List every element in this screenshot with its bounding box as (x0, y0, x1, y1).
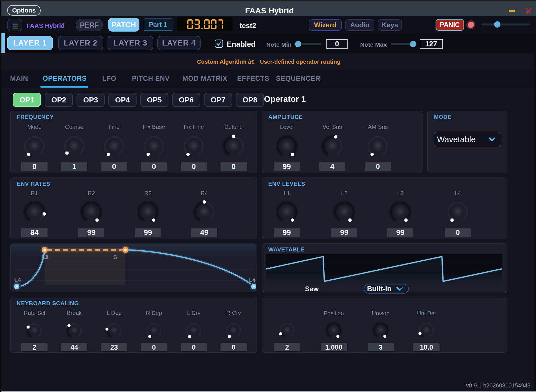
knob-value[interactable]: 0 (445, 228, 471, 237)
knob-value[interactable]: 99 (274, 162, 300, 171)
operator-button-op8[interactable]: OP8 (236, 93, 264, 107)
operator-button-op5[interactable]: OP5 (140, 93, 168, 107)
tab-pitch-env[interactable]: PITCH ENV (132, 75, 170, 82)
knob-control[interactable] (65, 321, 84, 340)
knob-value[interactable]: 2 (274, 343, 300, 351)
record-led[interactable] (466, 20, 475, 29)
knob-control[interactable] (277, 321, 297, 340)
knob-control[interactable] (388, 199, 413, 224)
knob-control[interactable] (135, 199, 160, 224)
knob-label: R3 (127, 190, 169, 197)
knob-value[interactable]: 0 (220, 162, 247, 171)
knob-control[interactable] (274, 199, 299, 224)
keys-button[interactable]: Keys (378, 19, 402, 31)
operator-button-op3[interactable]: OP3 (77, 93, 105, 107)
perf-button[interactable]: PERF (76, 19, 103, 31)
knob-value[interactable]: 1 (61, 162, 87, 171)
knob-value[interactable]: 3 (368, 343, 394, 351)
knob-control[interactable] (141, 134, 166, 159)
note-min-slider[interactable] (294, 41, 321, 47)
knob-control[interactable] (181, 134, 206, 159)
knob-value[interactable]: 0 (21, 162, 48, 171)
hamburger-menu-button[interactable] (7, 19, 22, 31)
knob-value[interactable]: 23 (101, 343, 127, 351)
knob-value[interactable]: 84 (21, 228, 48, 237)
knob-value[interactable]: 10.0 (413, 343, 440, 351)
knob-value[interactable]: 0 (101, 162, 127, 171)
knob-control[interactable] (184, 321, 203, 340)
wavetable-panel: WAVETABLE Saw Built-in (262, 243, 507, 293)
knob-control[interactable] (22, 199, 47, 224)
knob-control[interactable] (417, 321, 436, 340)
knob-control[interactable] (102, 134, 127, 159)
layer-button-4[interactable]: LAYER 4 (157, 36, 201, 50)
minimize-icon[interactable] (509, 10, 515, 12)
layer-button-1[interactable]: LAYER 1 (7, 36, 53, 50)
knob-control[interactable] (445, 199, 470, 224)
knob-value[interactable]: 49 (191, 228, 217, 237)
knob-control[interactable] (192, 199, 217, 224)
knob-value[interactable]: 0 (181, 162, 207, 171)
operator-button-op1[interactable]: OP1 (13, 93, 41, 107)
knob-control[interactable] (79, 199, 104, 224)
wizard-button[interactable]: Wizard (309, 19, 342, 31)
knob-control[interactable] (371, 321, 390, 340)
audio-button[interactable]: Audio (345, 19, 374, 31)
knob-value[interactable]: 0 (365, 162, 391, 171)
note-min-value[interactable]: 0 (326, 39, 348, 49)
mode-dropdown[interactable]: Wavetable (434, 132, 501, 147)
knob-value[interactable]: 4 (319, 162, 345, 171)
knob-value[interactable]: 0 (141, 343, 167, 351)
enabled-checkbox[interactable] (215, 40, 223, 48)
knob-control[interactable] (224, 321, 243, 340)
note-max-value[interactable]: 127 (420, 39, 443, 49)
operator-button-op2[interactable]: OP2 (45, 93, 73, 107)
knob-control[interactable] (221, 134, 246, 159)
knob-control[interactable] (25, 321, 44, 340)
envelope-graph[interactable]: L4L1L2L3SL4 (11, 244, 256, 291)
options-button[interactable]: Options (7, 5, 41, 16)
knob-control[interactable] (320, 134, 345, 159)
knob-control[interactable] (332, 199, 357, 224)
knob-value[interactable]: 99 (135, 228, 161, 237)
operator-button-op6[interactable]: OP6 (172, 93, 200, 107)
volume-slider[interactable] (481, 21, 530, 28)
knob-value[interactable]: 1.000 (321, 343, 347, 351)
knob-value[interactable]: 99 (274, 228, 300, 237)
knob-value[interactable]: 0 (220, 343, 247, 351)
part-button[interactable]: Part 1 (144, 18, 172, 31)
tab-operators[interactable]: OPERATORS (43, 75, 86, 82)
knob-value[interactable]: 99 (331, 228, 357, 237)
knob-value[interactable]: 2 (21, 343, 48, 351)
note-max-slider-thumb[interactable] (410, 41, 416, 47)
panic-button[interactable]: PANIC (436, 19, 464, 31)
knob-control[interactable] (144, 321, 164, 340)
tab-mod-matrix[interactable]: MOD MATRIX (182, 75, 227, 82)
knob-value[interactable]: 44 (61, 343, 87, 351)
tab-sequencer[interactable]: SEQUENCER (276, 75, 321, 82)
knob-value[interactable]: 0 (141, 162, 167, 171)
knob-value[interactable]: 0 (181, 343, 207, 351)
note-max-slider[interactable] (391, 41, 417, 47)
knob-control[interactable] (365, 134, 390, 159)
operator-button-op7[interactable]: OP7 (204, 93, 232, 107)
knob-control[interactable] (104, 321, 124, 340)
tab-lfo[interactable]: LFO (102, 75, 116, 82)
close-icon[interactable] (525, 8, 532, 14)
patch-button[interactable]: PATCH (108, 18, 139, 32)
knob-control[interactable] (62, 134, 87, 159)
tab-main[interactable]: MAIN (10, 75, 28, 82)
operator-button-op4[interactable]: OP4 (108, 93, 137, 107)
wavetable-source-dropdown[interactable]: Built-in (364, 284, 409, 294)
volume-slider-thumb[interactable] (494, 21, 500, 28)
knob-label: R2 (70, 190, 113, 197)
knob-control[interactable] (22, 134, 47, 159)
knob-value[interactable]: 99 (387, 228, 413, 237)
knob-control[interactable] (324, 321, 343, 340)
layer-button-2[interactable]: LAYER 2 (58, 36, 103, 50)
note-min-slider-thumb[interactable] (295, 41, 301, 47)
tab-effects[interactable]: EFFECTS (237, 75, 269, 82)
knob-value[interactable]: 99 (78, 228, 104, 237)
layer-button-3[interactable]: LAYER 3 (108, 36, 153, 50)
knob-control[interactable] (274, 134, 299, 159)
